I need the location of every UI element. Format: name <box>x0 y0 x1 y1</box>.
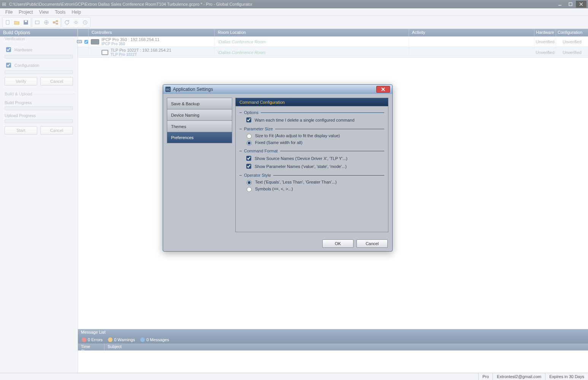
build-progress <box>5 106 73 110</box>
menu-help[interactable]: Help <box>69 10 84 15</box>
errors-tab[interactable]: 0 Errors <box>79 337 105 342</box>
col-room: Room Location <box>215 29 409 36</box>
hardware-label: Hardware <box>14 48 33 52</box>
help-icon[interactable]: ? <box>81 18 89 27</box>
warnings-tab[interactable]: 0 Warnings <box>106 337 137 342</box>
operator-symbols-label: Symbols (==, <, >...) <box>255 187 293 191</box>
menu-view[interactable]: View <box>36 10 52 15</box>
controllers-header: Controllers Room Location Activity Hardw… <box>78 29 588 36</box>
menu-bar: File Project View Tools Help <box>0 8 588 16</box>
message-list-title: Message List <box>78 329 588 336</box>
size-to-fit-label: Size to Fit (Auto adjust to fit the disp… <box>255 133 340 138</box>
fixed-label: Fixed (Same width for all) <box>255 140 303 145</box>
controller-name: TLP Pro 1022T : 192.168.254.21 <box>111 48 171 52</box>
nav-preferences[interactable]: Preferences <box>167 132 232 143</box>
operator-symbols-radio[interactable] <box>247 187 252 192</box>
menu-tools[interactable]: Tools <box>52 10 69 15</box>
size-to-fit-radio[interactable] <box>247 134 252 139</box>
group-command-format-title: Command Format <box>244 149 278 153</box>
app-icon: GC <box>2 2 7 7</box>
save-icon[interactable] <box>22 18 30 27</box>
svg-rect-4 <box>6 21 9 24</box>
build-upload-legend: Build & Upload <box>3 92 34 96</box>
svg-rect-9 <box>53 22 55 23</box>
fixed-radio[interactable] <box>247 141 252 146</box>
controller-icon <box>91 39 99 44</box>
operator-text-label: Text ('Equals', 'Less Than', 'Greater Th… <box>255 180 337 184</box>
col-timestamp: Time Stamp <box>78 344 105 350</box>
maximize-button[interactable] <box>565 1 576 8</box>
show-source-checkbox[interactable] <box>246 156 251 161</box>
row-checkbox[interactable] <box>84 40 88 44</box>
refresh-icon[interactable] <box>63 18 71 27</box>
col-controllers: Controllers <box>89 29 215 36</box>
group-operator-style-title: Operator Style <box>244 173 271 177</box>
room-location: \Dallas Conference Room <box>215 36 409 47</box>
configuration-status: Unverified <box>556 36 588 47</box>
dialog-content-header: Command Configuration <box>235 98 388 106</box>
verify-button[interactable]: Verify <box>5 77 37 86</box>
messages-tab[interactable]: 0 Messages <box>138 337 171 342</box>
nav-themes[interactable]: Themes <box>167 120 232 132</box>
upload-progress <box>5 119 73 123</box>
build-options-panel: Build Options Verification Hardware Conf… <box>0 29 78 373</box>
group-parameter-size-title: Parameter Size <box>244 127 273 131</box>
menu-file[interactable]: File <box>2 10 16 15</box>
open-icon[interactable] <box>13 18 21 27</box>
gv-badge: GV <box>77 40 82 43</box>
dialog-nav: Save & Backup Device Naming Themes Prefe… <box>167 98 232 232</box>
topology-icon[interactable] <box>51 18 60 27</box>
status-user: Extrontest2@gmail.com <box>493 373 545 380</box>
svg-rect-6 <box>25 21 27 22</box>
col-hardware: Hardware <box>534 29 556 36</box>
verification-legend: Verification <box>3 36 27 41</box>
toolbar: ? <box>0 16 588 29</box>
col-activity: Activity <box>409 29 534 36</box>
minimize-button[interactable] <box>555 1 565 8</box>
upload-progress-label: Upload Progress <box>5 113 73 118</box>
controller-row[interactable]: TLP Pro 1022T : 192.168.254.21 TLP Pro 1… <box>78 47 588 58</box>
dialog-app-icon: GC <box>165 87 171 92</box>
error-icon <box>82 337 86 342</box>
hardware-status: Unverified <box>534 36 556 47</box>
cancel-button[interactable]: Cancel <box>357 239 388 248</box>
configuration-progress <box>5 70 73 74</box>
info-icon <box>140 337 145 342</box>
ok-button[interactable]: OK <box>322 239 353 248</box>
build-progress-label: Build Progress <box>5 100 73 105</box>
nav-save-backup[interactable]: Save & Backup <box>167 98 232 109</box>
gear-icon[interactable] <box>72 18 80 27</box>
verify-cancel-button[interactable]: Cancel <box>40 77 73 86</box>
room-location: \Dallas Conference Room <box>215 47 409 57</box>
dialog-close-button[interactable] <box>376 86 390 93</box>
warn-delete-label: Warn each time I delete a single configu… <box>255 118 355 122</box>
new-icon[interactable] <box>3 18 12 27</box>
show-param-checkbox[interactable] <box>246 164 251 169</box>
svg-rect-11 <box>56 23 58 24</box>
window-icon[interactable] <box>33 18 41 27</box>
menu-project[interactable]: Project <box>16 10 36 15</box>
start-button[interactable]: Start <box>5 126 37 135</box>
controller-model: TLP Pro 1022T <box>111 52 171 57</box>
svg-rect-10 <box>56 21 58 22</box>
col-subject: Subject <box>105 344 588 350</box>
configuration-status: Unverified <box>556 47 588 57</box>
warn-delete-checkbox[interactable] <box>246 117 251 122</box>
close-button[interactable] <box>576 1 586 8</box>
status-expires: Expires in 30 Days <box>545 373 588 380</box>
svg-rect-7 <box>35 21 39 24</box>
operator-text-radio[interactable] <box>247 180 252 185</box>
controller-model: IPCP Pro 350 <box>101 42 160 46</box>
hardware-checkbox[interactable] <box>6 47 11 52</box>
configuration-checkbox[interactable] <box>6 63 11 68</box>
hardware-status: Unverified <box>534 47 556 57</box>
globe-icon[interactable] <box>42 18 51 27</box>
svg-rect-1 <box>569 3 572 6</box>
status-edition: Pro <box>478 373 493 380</box>
build-cancel-button[interactable]: Cancel <box>40 126 73 135</box>
dialog-title: Application Settings <box>173 87 374 92</box>
nav-device-naming[interactable]: Device Naming <box>167 109 232 120</box>
controller-name: IPCP Pro 350 : 192.168.254.11 <box>101 38 160 42</box>
controller-row[interactable]: GV IPCP Pro 350 : 192.168.254.11 IPCP Pr… <box>78 36 588 47</box>
status-bar: Pro Extrontest2@gmail.com Expires in 30 … <box>0 373 588 380</box>
